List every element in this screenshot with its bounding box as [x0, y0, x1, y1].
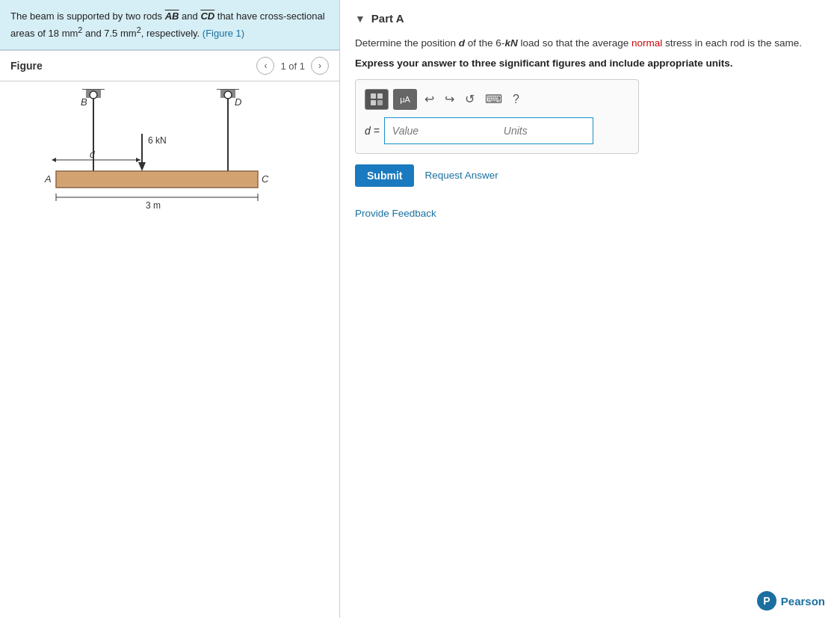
svg-text:d: d [90, 149, 95, 160]
answer-toolbar: μA ↩ ↪ ↺ ⌨ ? [365, 89, 629, 110]
question-subtext: Express your answer to three significant… [355, 58, 825, 69]
matrix-button[interactable] [365, 89, 389, 110]
right-panel: ▼ Part A Determine the position d of the… [340, 0, 840, 618]
svg-rect-22 [56, 171, 258, 188]
svg-marker-30 [138, 162, 146, 171]
svg-rect-38 [371, 93, 376, 99]
figure-svg: B D [15, 89, 314, 223]
answer-actions: Submit Request Answer [355, 164, 825, 187]
submit-button[interactable]: Submit [355, 164, 414, 187]
q-part1: Determine the position [355, 37, 459, 49]
svg-point-8 [90, 91, 97, 99]
keyboard-icon: ⌨ [485, 93, 502, 105]
unit-button[interactable]: μA [393, 89, 417, 110]
part-header: ▼ Part A [355, 12, 825, 25]
question-text: Determine the position d of the 6-kN loa… [355, 35, 825, 52]
answer-label: d = [365, 125, 380, 137]
part-title: Part A [371, 12, 404, 25]
undo-button[interactable]: ↩ [421, 90, 437, 108]
q-highlight-normal: normal [631, 37, 662, 49]
value-input[interactable] [384, 117, 496, 144]
left-panel: The beam is supported by two rods AB and… [0, 0, 340, 618]
problem-statement: The beam is supported by two rods AB and… [0, 0, 339, 50]
svg-text:D: D [235, 96, 241, 108]
problem-text-end: , respectively. [141, 28, 203, 39]
units-input[interactable] [496, 117, 593, 144]
figure-page: 1 of 1 [280, 61, 305, 72]
undo-icon: ↩ [424, 93, 434, 105]
rod-ab: AB [165, 10, 179, 22]
figure-section: Figure ‹ 1 of 1 › [0, 50, 339, 618]
figure-header: Figure ‹ 1 of 1 › [0, 50, 339, 81]
keyboard-button[interactable]: ⌨ [482, 90, 505, 108]
q-part3: load so that the average [518, 37, 631, 49]
svg-rect-40 [371, 100, 376, 105]
q-var-d: d [459, 37, 465, 49]
rod-cd: CD [200, 10, 214, 22]
area2: mm2 [120, 28, 141, 39]
svg-point-18 [224, 91, 232, 99]
pearson-logo: P [757, 591, 776, 611]
pearson-footer: P Pearson [757, 591, 825, 611]
request-answer-link[interactable]: Request Answer [424, 170, 498, 181]
figure-canvas: B D [0, 81, 339, 618]
svg-text:B: B [81, 96, 87, 108]
figure-next-button[interactable]: › [311, 57, 329, 75]
answer-box: μA ↩ ↪ ↺ ⌨ ? d = [355, 79, 639, 154]
problem-text-mid3: and 7.5 [82, 28, 120, 39]
svg-text:3 m: 3 m [146, 200, 161, 211]
figure-link[interactable]: (Figure 1) [203, 28, 244, 39]
figure-scroll-area[interactable]: B D [0, 81, 339, 618]
area1: mm2 [62, 28, 83, 39]
answer-input-row: d = [365, 117, 629, 144]
redo-icon: ↪ [445, 93, 454, 105]
svg-text:A: A [44, 173, 52, 185]
pearson-logo-letter: P [763, 595, 770, 607]
svg-rect-41 [377, 100, 383, 105]
pearson-brand-name: Pearson [781, 595, 825, 608]
figure-prev-button[interactable]: ‹ [256, 57, 274, 75]
svg-text:6 kN: 6 kN [148, 135, 167, 146]
svg-text:C: C [262, 173, 269, 185]
provide-feedback-link[interactable]: Provide Feedback [355, 208, 825, 219]
figure-svg-container: B D [0, 81, 339, 233]
figure-title: Figure [10, 60, 43, 72]
q-part2: of the 6- [465, 37, 504, 49]
redo-button[interactable]: ↪ [442, 90, 457, 108]
q-part4: stress in each rod is the same. [662, 37, 802, 49]
problem-text-before: The beam is supported by two rods [10, 10, 165, 22]
help-button[interactable]: ? [510, 91, 522, 108]
part-collapse-icon: ▼ [355, 13, 365, 25]
refresh-icon: ↺ [465, 93, 475, 105]
unit-button-label: μA [400, 95, 410, 104]
q-force-unit: kN [504, 37, 517, 49]
svg-rect-39 [377, 93, 383, 99]
refresh-button[interactable]: ↺ [462, 90, 478, 108]
figure-nav: ‹ 1 of 1 › [256, 57, 329, 75]
help-icon: ? [513, 93, 519, 105]
problem-text-mid1: and [179, 10, 200, 22]
